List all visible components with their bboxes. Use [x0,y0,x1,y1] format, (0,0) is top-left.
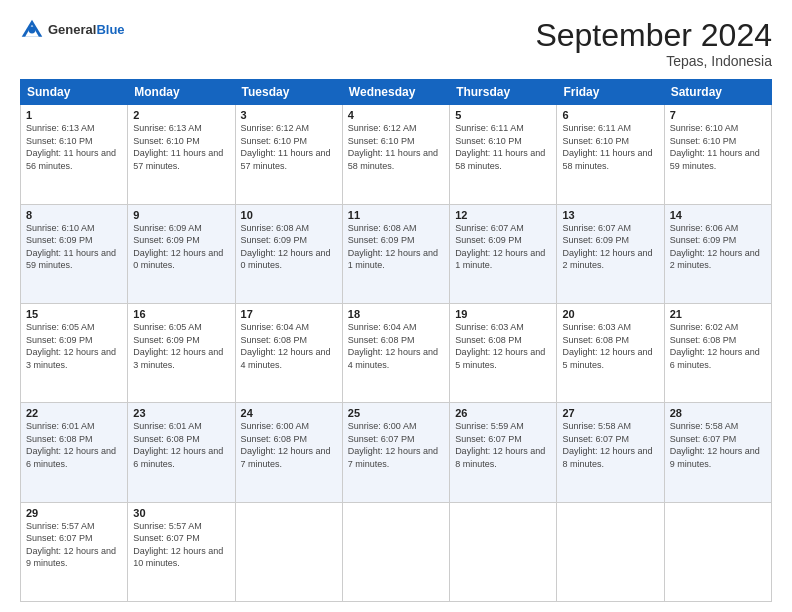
day-number: 20 [562,308,658,320]
day-cell: 10Sunrise: 6:08 AMSunset: 6:09 PMDayligh… [235,204,342,303]
day-cell: 18Sunrise: 6:04 AMSunset: 6:08 PMDayligh… [342,303,449,402]
day-number: 17 [241,308,337,320]
day-info: Sunrise: 6:01 AMSunset: 6:08 PMDaylight:… [26,420,122,470]
day-info: Sunrise: 6:07 AMSunset: 6:09 PMDaylight:… [455,222,551,272]
day-number: 15 [26,308,122,320]
day-number: 27 [562,407,658,419]
day-info: Sunrise: 6:04 AMSunset: 6:08 PMDaylight:… [348,321,444,371]
calendar-table: SundayMondayTuesdayWednesdayThursdayFrid… [20,79,772,602]
day-cell: 6Sunrise: 6:11 AMSunset: 6:10 PMDaylight… [557,105,664,204]
day-cell [664,502,771,601]
day-cell: 15Sunrise: 6:05 AMSunset: 6:09 PMDayligh… [21,303,128,402]
day-number: 26 [455,407,551,419]
day-info: Sunrise: 6:06 AMSunset: 6:09 PMDaylight:… [670,222,766,272]
day-info: Sunrise: 6:07 AMSunset: 6:09 PMDaylight:… [562,222,658,272]
day-cell: 19Sunrise: 6:03 AMSunset: 6:08 PMDayligh… [450,303,557,402]
day-number: 7 [670,109,766,121]
day-info: Sunrise: 5:58 AMSunset: 6:07 PMDaylight:… [562,420,658,470]
day-info: Sunrise: 5:57 AMSunset: 6:07 PMDaylight:… [26,520,122,570]
week-row-3: 15Sunrise: 6:05 AMSunset: 6:09 PMDayligh… [21,303,772,402]
logo: GeneralBlue [20,18,125,42]
day-cell: 21Sunrise: 6:02 AMSunset: 6:08 PMDayligh… [664,303,771,402]
day-info: Sunrise: 5:59 AMSunset: 6:07 PMDaylight:… [455,420,551,470]
day-of-week-row: SundayMondayTuesdayWednesdayThursdayFrid… [21,80,772,105]
calendar-body: 1Sunrise: 6:13 AMSunset: 6:10 PMDaylight… [21,105,772,602]
day-cell: 17Sunrise: 6:04 AMSunset: 6:08 PMDayligh… [235,303,342,402]
day-cell: 16Sunrise: 6:05 AMSunset: 6:09 PMDayligh… [128,303,235,402]
month-title: September 2024 [535,18,772,53]
dow-header-monday: Monday [128,80,235,105]
week-row-2: 8Sunrise: 6:10 AMSunset: 6:09 PMDaylight… [21,204,772,303]
day-cell: 12Sunrise: 6:07 AMSunset: 6:09 PMDayligh… [450,204,557,303]
day-number: 21 [670,308,766,320]
title-block: September 2024 Tepas, Indonesia [535,18,772,69]
day-cell: 30Sunrise: 5:57 AMSunset: 6:07 PMDayligh… [128,502,235,601]
day-cell: 28Sunrise: 5:58 AMSunset: 6:07 PMDayligh… [664,403,771,502]
day-number: 22 [26,407,122,419]
day-cell: 1Sunrise: 6:13 AMSunset: 6:10 PMDaylight… [21,105,128,204]
day-number: 10 [241,209,337,221]
day-number: 8 [26,209,122,221]
day-number: 19 [455,308,551,320]
day-number: 2 [133,109,229,121]
day-info: Sunrise: 6:05 AMSunset: 6:09 PMDaylight:… [26,321,122,371]
page: GeneralBlue September 2024 Tepas, Indone… [0,0,792,612]
day-info: Sunrise: 5:57 AMSunset: 6:07 PMDaylight:… [133,520,229,570]
day-info: Sunrise: 6:03 AMSunset: 6:08 PMDaylight:… [562,321,658,371]
day-cell [450,502,557,601]
day-number: 9 [133,209,229,221]
day-cell: 14Sunrise: 6:06 AMSunset: 6:09 PMDayligh… [664,204,771,303]
day-info: Sunrise: 6:02 AMSunset: 6:08 PMDaylight:… [670,321,766,371]
day-cell: 22Sunrise: 6:01 AMSunset: 6:08 PMDayligh… [21,403,128,502]
day-info: Sunrise: 6:01 AMSunset: 6:08 PMDaylight:… [133,420,229,470]
dow-header-sunday: Sunday [21,80,128,105]
day-number: 4 [348,109,444,121]
day-info: Sunrise: 6:11 AMSunset: 6:10 PMDaylight:… [455,122,551,172]
dow-header-saturday: Saturday [664,80,771,105]
day-info: Sunrise: 6:08 AMSunset: 6:09 PMDaylight:… [348,222,444,272]
dow-header-thursday: Thursday [450,80,557,105]
day-number: 16 [133,308,229,320]
day-cell: 11Sunrise: 6:08 AMSunset: 6:09 PMDayligh… [342,204,449,303]
day-number: 30 [133,507,229,519]
dow-header-friday: Friday [557,80,664,105]
day-cell: 23Sunrise: 6:01 AMSunset: 6:08 PMDayligh… [128,403,235,502]
day-number: 14 [670,209,766,221]
day-cell: 26Sunrise: 5:59 AMSunset: 6:07 PMDayligh… [450,403,557,502]
day-info: Sunrise: 6:13 AMSunset: 6:10 PMDaylight:… [26,122,122,172]
day-info: Sunrise: 6:12 AMSunset: 6:10 PMDaylight:… [241,122,337,172]
day-info: Sunrise: 6:11 AMSunset: 6:10 PMDaylight:… [562,122,658,172]
logo-text: GeneralBlue [48,23,125,37]
day-number: 28 [670,407,766,419]
day-info: Sunrise: 6:09 AMSunset: 6:09 PMDaylight:… [133,222,229,272]
day-cell: 20Sunrise: 6:03 AMSunset: 6:08 PMDayligh… [557,303,664,402]
day-info: Sunrise: 6:10 AMSunset: 6:10 PMDaylight:… [670,122,766,172]
day-cell: 13Sunrise: 6:07 AMSunset: 6:09 PMDayligh… [557,204,664,303]
day-number: 3 [241,109,337,121]
day-cell: 5Sunrise: 6:11 AMSunset: 6:10 PMDaylight… [450,105,557,204]
day-cell: 27Sunrise: 5:58 AMSunset: 6:07 PMDayligh… [557,403,664,502]
day-cell: 2Sunrise: 6:13 AMSunset: 6:10 PMDaylight… [128,105,235,204]
day-info: Sunrise: 6:00 AMSunset: 6:08 PMDaylight:… [241,420,337,470]
week-row-4: 22Sunrise: 6:01 AMSunset: 6:08 PMDayligh… [21,403,772,502]
header: GeneralBlue September 2024 Tepas, Indone… [20,18,772,69]
day-cell [342,502,449,601]
day-info: Sunrise: 6:05 AMSunset: 6:09 PMDaylight:… [133,321,229,371]
day-info: Sunrise: 6:04 AMSunset: 6:08 PMDaylight:… [241,321,337,371]
week-row-5: 29Sunrise: 5:57 AMSunset: 6:07 PMDayligh… [21,502,772,601]
location: Tepas, Indonesia [535,53,772,69]
day-number: 23 [133,407,229,419]
day-info: Sunrise: 6:10 AMSunset: 6:09 PMDaylight:… [26,222,122,272]
svg-point-2 [29,27,36,34]
day-info: Sunrise: 5:58 AMSunset: 6:07 PMDaylight:… [670,420,766,470]
day-number: 12 [455,209,551,221]
dow-header-tuesday: Tuesday [235,80,342,105]
day-cell [235,502,342,601]
logo-icon [20,18,44,42]
week-row-1: 1Sunrise: 6:13 AMSunset: 6:10 PMDaylight… [21,105,772,204]
day-number: 18 [348,308,444,320]
day-number: 5 [455,109,551,121]
day-number: 1 [26,109,122,121]
day-info: Sunrise: 6:13 AMSunset: 6:10 PMDaylight:… [133,122,229,172]
day-number: 13 [562,209,658,221]
